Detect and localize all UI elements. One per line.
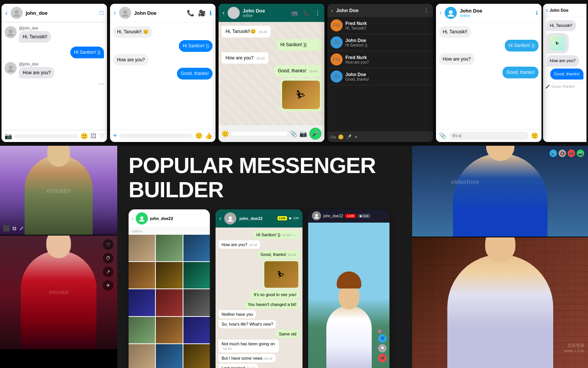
info-icon[interactable]: ℹ <box>536 10 538 16</box>
mic-active[interactable]: 🎤 <box>549 150 557 157</box>
phone-icon[interactable]: 📞 <box>303 9 310 17</box>
share-icon[interactable]: ↗ <box>103 267 113 277</box>
svg-point-16 <box>315 214 318 217</box>
imessage-input[interactable] <box>14 134 78 138</box>
sticker-icon[interactable]: 🙂 <box>338 134 344 140</box>
message-bubble-3: How are you? <box>546 55 579 66</box>
gallery-cell[interactable] <box>183 344 210 368</box>
list-item[interactable]: JD John Doe Hi Sanlion! )) <box>327 34 433 51</box>
gallery-cell[interactable] <box>129 235 155 261</box>
emoji-icon-2[interactable]: ✦ <box>354 134 358 140</box>
mic-icon[interactable]: 🎤 <box>346 134 352 140</box>
gallery-cell[interactable] <box>129 289 155 316</box>
heart-icon[interactable]: ♡ <box>99 133 104 140</box>
msg-sender-2: @john_doe <box>19 62 54 66</box>
read-ticks: ✓✓ <box>290 233 296 237</box>
list-item[interactable]: JD John Doe Good, thanks! <box>327 68 433 85</box>
msg-time: 16:42 <box>288 253 296 257</box>
gallery-cell[interactable] <box>156 344 182 368</box>
gallery-cell[interactable] <box>156 317 182 343</box>
plus-icon[interactable]: + <box>113 132 117 140</box>
phone-partial: ‹ John Doe Hi, Tanusik!! ⛷ How are you? … <box>543 4 586 142</box>
gallery-cell[interactable] <box>156 289 182 316</box>
back-icon[interactable]: ‹ <box>132 215 133 221</box>
gallery-cell[interactable] <box>156 235 182 261</box>
wa-chat-msg-news: But I have some news16:42 <box>219 354 276 362</box>
clock-icon[interactable]: ⏱ <box>103 253 113 264</box>
heart-control-icon[interactable]: ♡ <box>103 239 113 250</box>
svg-point-7 <box>122 14 129 17</box>
pip-icon[interactable]: ⧉ <box>12 225 16 232</box>
gallery-cell[interactable] <box>183 235 210 261</box>
mic-icon[interactable]: 🎤 <box>545 84 550 89</box>
send-icon[interactable]: ✈ <box>103 280 113 291</box>
play-icon[interactable]: ⬛ <box>3 225 9 232</box>
viewer-count: ▶ 134 <box>289 216 299 220</box>
phone-icon[interactable]: 📞 <box>187 9 194 17</box>
whatsapp-action-icons: 📹 📞 ⋮ <box>290 9 321 17</box>
gallery-cell[interactable] <box>183 262 210 288</box>
last-message: Hi, Tanusik!! <box>346 26 367 30</box>
contact-name: John Doe <box>134 10 157 16</box>
message-bubble-2: ⛷ <box>546 33 569 53</box>
camera-icon[interactable]: 📷 <box>5 133 12 140</box>
back-icon[interactable]: ‹ <box>546 7 548 14</box>
contact-status: online <box>460 14 482 18</box>
emoji-icon[interactable]: 🙂 <box>531 132 538 139</box>
telegram-input[interactable]: It's s| <box>449 132 529 140</box>
back-icon[interactable]: ‹ <box>222 9 224 16</box>
back-icon[interactable]: ‹ <box>114 9 116 16</box>
svg-point-9 <box>230 14 237 17</box>
emoji-icon[interactable]: 🙂 <box>222 130 229 137</box>
text-icon[interactable]: Aa <box>330 134 336 140</box>
svg-point-3 <box>7 34 14 36</box>
reaction-button-3[interactable]: 📵 <box>378 354 386 362</box>
emoji-icon[interactable]: 🙂 <box>195 132 203 139</box>
mic-button[interactable]: 🎤 <box>309 128 321 140</box>
like-icon[interactable]: 👍 <box>205 132 213 139</box>
photo-icon[interactable]: 🖼 <box>90 133 96 140</box>
more-icon[interactable]: ⋮ <box>423 7 429 14</box>
attach-icon[interactable]: 📎 <box>290 130 297 137</box>
more-icon[interactable]: ⋮ <box>315 9 321 17</box>
live-person <box>326 306 372 368</box>
timestamp: 16:42 <box>256 56 265 60</box>
camera-icon[interactable]: 📷 <box>299 130 307 137</box>
attach-icon[interactable]: 📎 <box>439 132 447 139</box>
mic-muted[interactable]: 🔇 <box>559 150 566 157</box>
cam-on[interactable]: 📷 <box>577 150 584 157</box>
wa-msg-sent: Hi Sanlion! )) 16:42 <box>276 39 321 51</box>
video-icon[interactable]: □ <box>100 9 104 16</box>
video-icon[interactable]: 🎥 <box>198 9 206 17</box>
gallery-cell[interactable] <box>129 344 155 368</box>
back-icon[interactable]: ‹ <box>5 9 8 17</box>
messenger-input[interactable] <box>119 134 193 138</box>
end-call[interactable]: 📵 <box>568 150 575 157</box>
info-icon[interactable]: ℹ <box>209 9 212 17</box>
gallery-cell[interactable] <box>129 317 155 343</box>
last-message: How are you? <box>346 60 369 64</box>
back-icon[interactable]: ‹ <box>440 9 442 16</box>
contact-name: John Doe <box>336 8 358 13</box>
message-bubble-sent-2: Good, thanks! 16:42 <box>274 65 321 77</box>
whatsapp-input[interactable] <box>231 132 287 136</box>
gallery-cell[interactable] <box>183 317 210 343</box>
emoji-icon[interactable]: 🙂 <box>81 133 88 140</box>
back-icon[interactable]: ‹ <box>219 215 221 222</box>
image-bubble: ⛷ <box>281 78 321 111</box>
chat-image: ⛷ <box>264 261 298 288</box>
reaction-button[interactable]: 💙 <box>378 334 386 343</box>
message-bubble-sent: Hi Sanlion! )) <box>179 40 213 52</box>
list-item[interactable]: FN Fred Nurk Hi, Tanusik!! <box>327 17 433 34</box>
typing-indicator: • • • <box>5 82 104 86</box>
video-call-icon[interactable]: 📹 <box>290 9 298 17</box>
contact-name: john_doe <box>26 10 48 16</box>
list-item[interactable]: FN Fred Nurk How are you? <box>327 51 433 68</box>
gallery-cell[interactable] <box>129 262 155 288</box>
video-presenter-top: envato ⬛ ⧉ ⤢ <box>0 146 117 235</box>
fullscreen-icon[interactable]: ⤢ <box>19 225 24 232</box>
reaction-button-2[interactable]: 💬 <box>378 344 386 352</box>
back-icon[interactable]: ‹ <box>331 7 333 14</box>
gallery-cell[interactable] <box>156 262 182 288</box>
gallery-cell[interactable] <box>183 289 210 316</box>
